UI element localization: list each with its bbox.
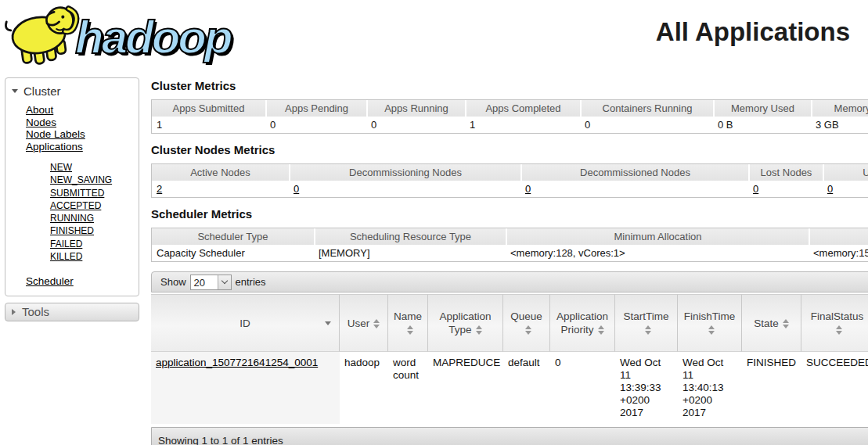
sort-icon bbox=[708, 325, 715, 335]
page-title: All Applications bbox=[656, 17, 850, 47]
active-nodes-link[interactable]: 2 bbox=[157, 183, 162, 195]
applications-table: ID User Name Application Type Queue Appl… bbox=[151, 294, 868, 424]
sort-icon bbox=[836, 325, 842, 335]
sidebar-item-state-running[interactable]: RUNNING bbox=[50, 213, 94, 224]
column-header: Unhealthy Nodes bbox=[823, 164, 868, 181]
show-entries-value: 20 bbox=[191, 275, 218, 289]
hadoop-logo: hadoop bbox=[3, 3, 231, 67]
metric-value: 0 bbox=[580, 117, 713, 133]
tools-section-header[interactable]: Tools bbox=[5, 303, 139, 321]
column-header-id[interactable]: ID bbox=[151, 294, 340, 352]
cell-application-type: MAPREDUCE bbox=[428, 352, 503, 424]
column-header: Minimum Allocation bbox=[506, 228, 809, 245]
decommissioned-nodes-link[interactable]: 0 bbox=[525, 183, 531, 195]
cell-state: FINISHED bbox=[742, 352, 801, 424]
cell-application-priority: 0 bbox=[550, 352, 615, 424]
tools-section-label: Tools bbox=[22, 305, 49, 318]
expand-icon bbox=[12, 309, 16, 315]
table-length-toolbar: Show 20 entries bbox=[151, 271, 868, 292]
column-header: Containers Running bbox=[580, 100, 713, 117]
cell-finishtime: Wed Oct 11 13:40:13 +0200 2017 bbox=[678, 352, 742, 424]
column-header-application-priority[interactable]: Application Priority bbox=[550, 294, 615, 352]
sort-icon bbox=[476, 325, 482, 335]
cell-queue: default bbox=[503, 352, 550, 424]
metric-value: [MEMORY] bbox=[314, 245, 506, 261]
collapse-icon bbox=[12, 89, 18, 93]
metric-value: 1 bbox=[152, 117, 265, 133]
unhealthy-nodes-link[interactable]: 0 bbox=[827, 183, 833, 195]
column-header-name[interactable]: Name bbox=[388, 294, 428, 352]
cell-starttime: Wed Oct 11 13:39:33 +0200 2017 bbox=[615, 352, 678, 424]
column-header-finalstatus[interactable]: FinalStatus bbox=[801, 294, 868, 352]
hadoop-logo-text: hadoop bbox=[75, 10, 231, 64]
column-header: Apps Running bbox=[366, 100, 465, 117]
column-header: Lost Nodes bbox=[748, 164, 823, 181]
sidebar-item-state-submitted[interactable]: SUBMITTED bbox=[50, 188, 104, 199]
main-content: Cluster Metrics Apps Submitted Apps Pend… bbox=[151, 77, 868, 445]
sort-icon bbox=[645, 325, 651, 335]
cell-name: word count bbox=[388, 352, 428, 424]
metric-value: 0 B bbox=[713, 117, 811, 133]
sort-desc-icon bbox=[325, 321, 331, 325]
column-header: Memory Total bbox=[811, 100, 868, 117]
cluster-nodes-metrics-heading: Cluster Nodes Metrics bbox=[151, 143, 868, 156]
sort-icon bbox=[407, 325, 413, 335]
column-header-finishtime[interactable]: FinishTime bbox=[678, 294, 742, 352]
sidebar-item-node-labels[interactable]: Node Labels bbox=[26, 128, 85, 140]
show-label: Show bbox=[160, 276, 186, 288]
column-header-user[interactable]: User bbox=[340, 294, 388, 352]
cell-user: hadoop bbox=[340, 352, 388, 424]
cluster-nav-box: Cluster About Nodes Node Labels Applicat… bbox=[5, 77, 139, 296]
metric-value: <memory:128, vCores:1> bbox=[506, 245, 809, 261]
entries-label: entries bbox=[236, 276, 266, 288]
scheduler-metrics-heading: Scheduler Metrics bbox=[151, 207, 868, 221]
sidebar-item-scheduler[interactable]: Scheduler bbox=[26, 275, 74, 287]
cell-finalstatus: SUCCEEDED bbox=[801, 352, 868, 424]
cluster-metrics-heading: Cluster Metrics bbox=[151, 79, 868, 92]
sort-icon bbox=[525, 325, 531, 335]
column-header: Scheduling Resource Type bbox=[314, 228, 506, 245]
column-header: Decommissioning Nodes bbox=[289, 164, 520, 181]
table-row: application_1507721641254_0001 hadoop wo… bbox=[151, 352, 868, 424]
metric-value: 3 GB bbox=[811, 117, 868, 133]
sidebar-item-state-new[interactable]: NEW bbox=[50, 162, 72, 173]
table-info-bar: Showing 1 to 1 of 1 entries bbox=[151, 427, 868, 445]
column-header: Apps Submitted bbox=[152, 100, 265, 117]
sidebar-item-state-killed[interactable]: KILLED bbox=[50, 251, 82, 262]
sidebar-item-state-failed[interactable]: FAILED bbox=[50, 239, 82, 249]
column-header: Scheduler Type bbox=[152, 228, 314, 245]
column-header: Maximum Allocation bbox=[809, 228, 868, 245]
scheduler-metrics-table: Scheduler Type Scheduling Resource Type … bbox=[151, 228, 868, 262]
sidebar-item-state-finished[interactable]: FINISHED bbox=[50, 225, 94, 236]
sort-icon bbox=[373, 319, 380, 328]
decommissioning-nodes-link[interactable]: 0 bbox=[294, 183, 299, 195]
column-header-starttime[interactable]: StartTime bbox=[615, 294, 678, 352]
metric-value: 0 bbox=[265, 117, 366, 133]
table-info-text: Showing 1 to 1 of 1 entries bbox=[158, 435, 283, 445]
column-header: Memory Used bbox=[713, 100, 811, 117]
sidebar-item-applications[interactable]: Applications bbox=[26, 141, 83, 153]
sidebar-item-nodes[interactable]: Nodes bbox=[26, 117, 56, 128]
lost-nodes-link[interactable]: 0 bbox=[753, 183, 758, 195]
hadoop-elephant-icon bbox=[3, 3, 83, 67]
cluster-nodes-metrics-table: Active Nodes Decommissioning Nodes Decom… bbox=[151, 163, 868, 198]
cluster-section-header[interactable]: Cluster bbox=[5, 81, 139, 104]
metric-value: <memory:1536, vCores:4> bbox=[809, 245, 868, 261]
application-id-link[interactable]: application_1507721641254_0001 bbox=[156, 357, 318, 368]
sidebar-item-state-new-saving[interactable]: NEW_SAVING bbox=[50, 174, 112, 185]
chevron-down-icon bbox=[218, 275, 231, 289]
sort-icon bbox=[783, 319, 789, 328]
column-header: Active Nodes bbox=[152, 164, 289, 181]
show-entries-select[interactable]: 20 bbox=[190, 275, 232, 290]
sidebar-item-state-accepted[interactable]: ACCEPTED bbox=[50, 200, 101, 211]
metric-value: Capacity Scheduler bbox=[152, 245, 314, 261]
column-header-queue[interactable]: Queue bbox=[503, 294, 550, 352]
column-header: Decommissioned Nodes bbox=[520, 164, 748, 181]
column-header-application-type[interactable]: Application Type bbox=[428, 294, 503, 352]
cluster-metrics-table: Apps Submitted Apps Pending Apps Running… bbox=[151, 99, 868, 134]
column-header-state[interactable]: State bbox=[742, 294, 801, 352]
metric-value: 0 bbox=[366, 117, 465, 133]
sidebar-item-about[interactable]: About bbox=[26, 104, 53, 116]
column-header: Apps Pending bbox=[265, 100, 366, 117]
sort-icon bbox=[598, 325, 604, 335]
